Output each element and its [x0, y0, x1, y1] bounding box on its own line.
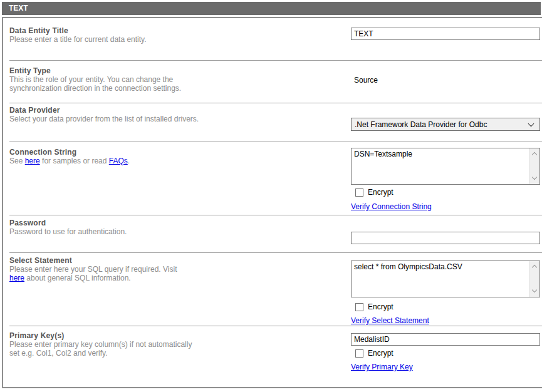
scroll-down-icon[interactable]	[532, 175, 537, 180]
chevron-down-icon	[528, 120, 534, 126]
section-connection-string: Connection String See here for samples o…	[9, 142, 542, 215]
section-description: Please enter primary key column(s) if no…	[9, 341, 285, 358]
faqs-link[interactable]: FAQs	[109, 157, 128, 165]
scroll-down-icon[interactable]	[532, 287, 537, 292]
entity-type-value: Source	[354, 76, 378, 85]
section-heading: Data Entity Title	[9, 26, 285, 35]
selected-option-label: .Net Framework Data Provider for Odbc	[352, 120, 529, 129]
encrypt-checkbox[interactable]	[355, 188, 363, 197]
section-data-provider: Data Provider Select your data provider …	[9, 103, 542, 142]
section-heading: Entity Type	[9, 66, 285, 75]
encrypt-label: Encrypt	[368, 349, 393, 358]
select-statement-field: select * from OlympicsData.CSV	[351, 260, 540, 297]
section-select-statement: Select Statement Please enter here your …	[9, 253, 542, 326]
encrypt-label: Encrypt	[368, 302, 393, 311]
data-provider-select[interactable]: .Net Framework Data Provider for Odbc	[351, 118, 540, 131]
connection-string-field: DSN=Textsample	[351, 148, 540, 185]
scroll-up-icon[interactable]	[532, 152, 537, 157]
description-text: .	[128, 157, 130, 165]
encrypt-option: Encrypt	[355, 349, 393, 358]
encrypt-checkbox[interactable]	[355, 349, 363, 358]
description-text: Please enter here your SQL query if requ…	[9, 265, 177, 274]
section-description: This is the role of your entity. You can…	[9, 76, 285, 93]
encrypt-label: Encrypt	[368, 188, 393, 197]
description-text: about general SQL information.	[24, 274, 131, 282]
here-link[interactable]: here	[9, 274, 24, 282]
verify-connection-string-link[interactable]: Verify Connection String	[351, 202, 432, 211]
primary-keys-input[interactable]	[351, 333, 540, 346]
description-text: for samples or read	[40, 157, 109, 165]
here-link[interactable]: here	[25, 157, 40, 165]
section-heading: Select Statement	[9, 256, 285, 265]
section-password: Password Password to use for authenticat…	[9, 215, 542, 253]
section-description: Password to use for authentication.	[9, 228, 285, 237]
section-data-entity-title: Data Entity Title Please enter a title f…	[9, 18, 542, 61]
encrypt-option: Encrypt	[355, 188, 393, 197]
data-entity-title-input[interactable]	[351, 28, 540, 40]
section-description: Please enter a title for current data en…	[9, 36, 285, 44]
window-title: TEXT	[9, 4, 28, 13]
textarea-scrollbar[interactable]	[529, 261, 539, 297]
section-heading: Connection String	[9, 148, 285, 157]
verify-select-statement-link[interactable]: Verify Select Statement	[351, 316, 429, 325]
encrypt-option: Encrypt	[355, 302, 393, 311]
section-heading: Data Provider	[9, 106, 285, 115]
section-heading: Primary Key(s)	[9, 331, 285, 340]
verify-primary-key-link[interactable]: Verify Primary Key	[351, 363, 413, 371]
section-heading: Password	[9, 219, 285, 227]
scroll-up-icon[interactable]	[532, 265, 537, 270]
connection-string-textarea[interactable]: DSN=Textsample	[352, 148, 529, 184]
section-description: See here for samples or read FAQs.	[9, 157, 285, 166]
section-description: Please enter here your SQL query if requ…	[9, 266, 285, 282]
section-entity-type: Entity Type This is the role of your ent…	[9, 61, 542, 103]
textarea-scrollbar[interactable]	[529, 148, 539, 184]
description-text: See	[9, 157, 25, 165]
window-title-bar: TEXT	[2, 2, 541, 15]
encrypt-checkbox[interactable]	[355, 303, 363, 311]
password-input[interactable]	[351, 232, 540, 244]
select-statement-textarea[interactable]: select * from OlympicsData.CSV	[352, 261, 529, 297]
section-description: Select your data provider from the list …	[9, 115, 285, 124]
section-primary-keys: Primary Key(s) Please enter primary key …	[9, 326, 542, 374]
settings-panel: Data Entity Title Please enter a title f…	[2, 17, 542, 388]
